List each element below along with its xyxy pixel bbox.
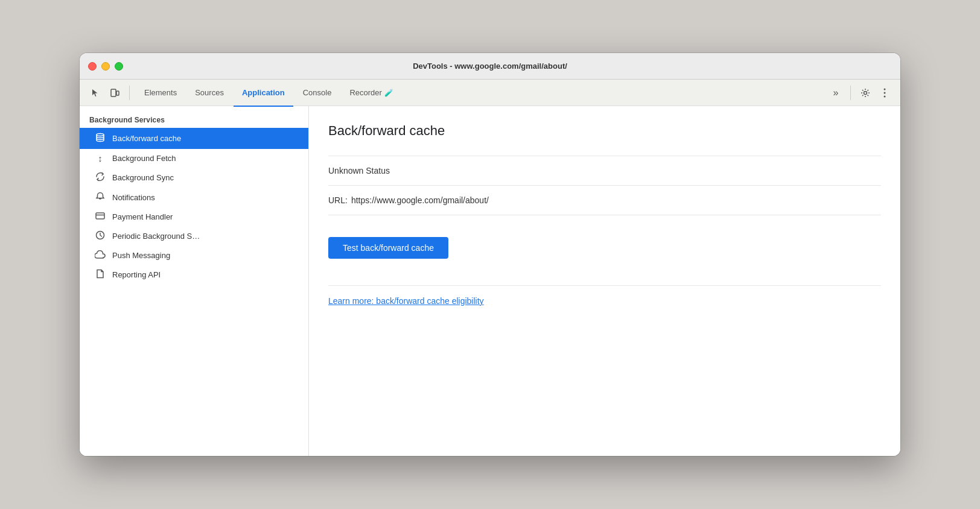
test-button-row: Test back/forward cache [328, 215, 881, 268]
tab-application[interactable]: Application [234, 80, 293, 107]
sidebar-label-push-messaging: Push Messaging [112, 251, 170, 260]
sidebar-item-background-sync[interactable]: Background Sync [80, 168, 308, 188]
sidebar-label-reporting-api: Reporting API [112, 270, 161, 279]
credit-card-icon [94, 212, 106, 222]
sidebar-label-background-fetch: Background Fetch [112, 154, 176, 163]
svg-rect-7 [96, 213, 104, 219]
content-area: Back/forward cache Unknown Status URL: h… [309, 106, 900, 456]
main-layout: Background Services Back/forward cache ↕… [80, 106, 900, 456]
sidebar-item-background-fetch[interactable]: ↕️ Background Fetch [80, 149, 308, 168]
sidebar-label-background-sync: Background Sync [112, 173, 174, 182]
device-toolbar-button[interactable] [106, 84, 123, 101]
svg-rect-1 [116, 91, 119, 95]
status-row: Unknown Status [328, 156, 881, 186]
sidebar-label-payment-handler: Payment Handler [112, 212, 173, 221]
test-cache-button[interactable]: Test back/forward cache [328, 237, 448, 259]
tab-sources[interactable]: Sources [186, 80, 232, 107]
toolbar: Elements Sources Application Console Rec… [80, 80, 900, 106]
maximize-button[interactable] [115, 62, 123, 71]
window-title: DevTools - www.google.com/gmail/about/ [413, 62, 567, 71]
status-label: Unknown Status [328, 166, 390, 175]
toolbar-right: » [827, 84, 893, 101]
url-value: https://www.google.com/gmail/about/ [351, 195, 489, 205]
sidebar-label-back-forward-cache: Back/forward cache [112, 134, 181, 143]
sidebar-label-notifications: Notifications [112, 193, 155, 202]
toolbar-tabs: Elements Sources Application Console Rec… [136, 80, 825, 106]
sidebar: Background Services Back/forward cache ↕… [80, 106, 309, 456]
traffic-lights [88, 62, 123, 71]
database-icon [94, 132, 106, 145]
devtools-window: DevTools - www.google.com/gmail/about/ E… [80, 53, 900, 456]
sidebar-item-periodic-background[interactable]: Periodic Background S… [80, 226, 308, 246]
svg-point-5 [884, 95, 886, 97]
url-prefix: URL: [328, 195, 348, 205]
svg-point-2 [864, 91, 867, 94]
url-row: URL: https://www.google.com/gmail/about/ [328, 186, 881, 215]
toolbar-divider [129, 86, 130, 100]
sidebar-item-push-messaging[interactable]: Push Messaging [80, 246, 308, 265]
clock-icon [94, 230, 106, 242]
learn-more-row: Learn more: back/forward cache eligibili… [328, 285, 881, 306]
svg-point-6 [97, 134, 104, 136]
tab-elements[interactable]: Elements [136, 80, 185, 107]
svg-rect-0 [111, 89, 116, 96]
svg-point-4 [884, 92, 886, 93]
close-button[interactable] [88, 62, 97, 71]
bell-icon [94, 192, 106, 203]
sidebar-item-notifications[interactable]: Notifications [80, 188, 308, 207]
sidebar-item-reporting-api[interactable]: Reporting API [80, 265, 308, 285]
more-options-button[interactable] [876, 84, 893, 101]
flask-icon: 🧪 [384, 89, 393, 97]
title-bar: DevTools - www.google.com/gmail/about/ [80, 53, 900, 80]
settings-button[interactable] [857, 84, 874, 101]
svg-point-3 [884, 88, 886, 90]
toolbar-divider-2 [850, 86, 851, 100]
cloud-icon [94, 250, 106, 261]
content-title: Back/forward cache [328, 123, 881, 139]
cursor-tool-button[interactable] [87, 84, 104, 101]
arrows-updown-icon: ↕️ [94, 153, 106, 163]
sync-icon [94, 172, 106, 183]
sidebar-label-periodic-background: Periodic Background S… [112, 232, 200, 241]
sidebar-section-title: Background Services [80, 111, 308, 128]
sidebar-item-back-forward-cache[interactable]: Back/forward cache [80, 128, 308, 149]
sidebar-item-payment-handler[interactable]: Payment Handler [80, 207, 308, 226]
more-tabs-button[interactable]: » [827, 84, 844, 101]
tab-recorder[interactable]: Recorder 🧪 [341, 80, 401, 107]
document-icon [94, 269, 106, 280]
learn-more-link[interactable]: Learn more: back/forward cache eligibili… [328, 296, 484, 306]
tab-console[interactable]: Console [294, 80, 340, 107]
minimize-button[interactable] [101, 62, 110, 71]
